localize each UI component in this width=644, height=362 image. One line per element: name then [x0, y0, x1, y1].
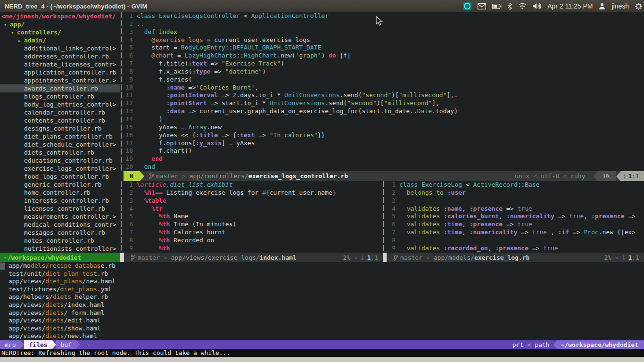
- tree-item[interactable]: medical_conditions_contr>: [0, 221, 120, 229]
- code-line[interactable]: 7 f.title(:text => "Exercise Track"): [124, 60, 644, 68]
- code-line[interactable]: 19 end: [124, 155, 644, 163]
- code-line[interactable]: 4 %tr: [124, 205, 382, 213]
- code-line[interactable]: 2..: [124, 20, 644, 28]
- window-separator[interactable]: [121, 181, 122, 253]
- tree-item[interactable]: diet_schedule_controller>: [0, 140, 120, 148]
- tree-item[interactable]: calendar_controller.rb: [0, 108, 120, 116]
- tree-item[interactable]: body_log_entries_control>: [0, 100, 120, 108]
- code-line[interactable]: 12 :pointStart => start.to_i * UnitConve…: [124, 99, 644, 107]
- ctrlp-result-row[interactable]: test/unit/diet_plan_test.rb: [0, 270, 644, 278]
- window-separator[interactable]: [121, 12, 122, 171]
- code-line[interactable]: 5 %th Name: [124, 213, 382, 221]
- code-window-model[interactable]: 1class ExerciseLog < ActiveRecord::Base2…: [384, 181, 644, 253]
- code-line[interactable]: 1%article.diet_list.exhibit: [124, 181, 382, 189]
- ctrlp-result-row[interactable]: app/views/diet_plans/new.haml: [0, 278, 644, 286]
- statusline-active[interactable]: N master app/controllers/exercise_logs_c…: [120, 171, 644, 181]
- ctrlp-result-row[interactable]: app/views/diets/_form.haml: [0, 309, 644, 317]
- window-separator[interactable]: [383, 181, 384, 253]
- tree-item[interactable]: diet_plans_controller.rb: [0, 132, 120, 140]
- code-line[interactable]: 10 :name =>'Calories Burnt',: [124, 84, 644, 92]
- tree-item[interactable]: <me/jinesh/workspace/whydodiet/: [0, 12, 120, 20]
- tree-open-arrow-icon[interactable]: ▾: [11, 29, 17, 36]
- ctrlp-result-row[interactable]: app/models/recipe_database.rb: [0, 262, 644, 270]
- tree-item[interactable]: contents_controller.rb: [0, 116, 120, 124]
- app-indicator-icon[interactable]: [463, 2, 471, 10]
- code-window-controller[interactable]: 1class ExerciseLogsController < Applicat…: [124, 12, 644, 171]
- code-window-view[interactable]: 1%article.diet_list.exhibit2 %h1== Listi…: [124, 181, 382, 253]
- tree-item[interactable]: ▾controllers/: [0, 28, 120, 36]
- user-icon[interactable]: [599, 3, 605, 9]
- tree-item[interactable]: generic_controller.rb: [0, 181, 120, 189]
- tree-item[interactable]: measurements_controller.>: [0, 213, 120, 221]
- code-line[interactable]: 15 yAxes = Array.new: [124, 123, 644, 132]
- ctrlp-result-row[interactable]: app/helpers/diets_helper.rb: [0, 293, 644, 301]
- volume-icon[interactable]: [533, 3, 541, 9]
- mail-icon[interactable]: [478, 3, 486, 9]
- tree-open-arrow-icon[interactable]: ▾: [4, 21, 10, 28]
- tree-item[interactable]: nutritionists_controller>: [0, 245, 120, 253]
- code-line[interactable]: 9 %th: [124, 245, 382, 253]
- code-line[interactable]: 18 f.chart(): [124, 147, 644, 155]
- code-line[interactable]: 3 def index: [124, 28, 644, 36]
- code-line[interactable]: 9 validates :recorded_on, :presence => t…: [384, 245, 644, 253]
- nerdtree-panel[interactable]: <me/jinesh/workspace/whydodiet/▾app/▾con…: [0, 12, 120, 253]
- ctrlp-result-row[interactable]: app/views/diets/index.haml: [0, 301, 644, 309]
- code-line[interactable]: 3 %table: [124, 197, 382, 205]
- code-line[interactable]: 8 f.x_axis(:type => "datetime"): [124, 68, 644, 76]
- tree-item[interactable]: educations_controller.rb: [0, 156, 120, 165]
- code-line[interactable]: 17 f.options[:y_axis] = yAxes: [124, 140, 644, 148]
- code-line[interactable]: 3: [384, 197, 644, 205]
- code-line[interactable]: 6 %th Time (In minutes): [124, 221, 382, 229]
- window-titlebar[interactable]: NERD_tree_4 - (~/workspace/whydodiet) - …: [0, 0, 644, 12]
- statusline-nerdtree[interactable]: ~/workspace/whydodiet: [0, 253, 120, 262]
- code-line[interactable]: 1class ExerciseLog < ActiveRecord::Base: [384, 181, 644, 189]
- wifi-icon[interactable]: [518, 3, 527, 9]
- ctrlp-result-row[interactable]: test/fixtures/diet_plans.yml: [0, 286, 644, 294]
- code-line[interactable]: 13 :data => current_user.graph_data_on_e…: [124, 107, 644, 115]
- tree-item[interactable]: ▾app/: [0, 20, 120, 28]
- code-line[interactable]: 20 end: [124, 163, 644, 171]
- tree-item[interactable]: designs_controller.rb: [0, 124, 120, 132]
- tree-item[interactable]: blogs_controller.rb: [0, 92, 120, 100]
- tree-item[interactable]: alternate_licenses_contr>: [0, 60, 120, 68]
- tree-item[interactable]: interests_controller.rb: [0, 197, 120, 205]
- code-line[interactable]: 7 validates :time, :numericality => true…: [384, 229, 644, 237]
- ctrlp-result-list[interactable]: app/models/recipe_database.rbtest/unit/d…: [0, 262, 644, 340]
- session-user[interactable]: jinesh: [611, 2, 629, 10]
- code-line[interactable]: 16 yAxes << {:title => {:text => "In cal…: [124, 132, 644, 140]
- tree-item[interactable]: ▸admin/: [0, 36, 120, 44]
- statusline-view-window[interactable]: master app/views/exercise_logs/index.ham…: [120, 253, 383, 262]
- code-line[interactable]: 14 ): [124, 115, 644, 123]
- tree-item[interactable]: addresses_controller.rb: [0, 52, 120, 60]
- tree-item[interactable]: home_controller.rb: [0, 189, 120, 197]
- tree-closed-arrow-icon[interactable]: ▸: [18, 37, 24, 44]
- code-line[interactable]: 4 @exercise_logs = current_user.exercise…: [124, 36, 644, 44]
- battery-icon[interactable]: [492, 4, 502, 9]
- tree-item[interactable]: notes_controller.rb: [0, 237, 120, 245]
- ctrlp-result-row[interactable]: app/views/diets/edit.haml: [0, 317, 644, 325]
- code-line[interactable]: 8: [384, 237, 644, 245]
- statusline-model-window[interactable]: master app/models/exercise_log.rb 2% 1:1: [383, 253, 644, 262]
- power-gear-icon[interactable]: [635, 3, 642, 10]
- code-line[interactable]: 4 validates :name, :presence => true: [384, 205, 644, 213]
- code-line[interactable]: 11 :pointInterval => 2.days.to_i * UnitC…: [124, 91, 644, 99]
- tree-item[interactable]: messages_controller.rb: [0, 229, 120, 237]
- ctrlp-result-row[interactable]: app/views/diets/show.haml: [0, 325, 644, 333]
- code-line[interactable]: 7 %th Calories burnt: [124, 229, 382, 237]
- code-line[interactable]: 8 %th Recorded on: [124, 237, 382, 245]
- code-line[interactable]: 2 belongs_to :user: [384, 189, 644, 197]
- code-line[interactable]: 1class ExerciseLogsController < Applicat…: [124, 12, 644, 20]
- tree-item[interactable]: additional_links_control>: [0, 44, 120, 52]
- tree-item[interactable]: awards_controller.rb: [0, 84, 120, 92]
- bluetooth-icon[interactable]: [508, 3, 512, 10]
- tree-item[interactable]: appointments_controller.>: [0, 76, 120, 84]
- code-line[interactable]: 5 start = BodyLogEntry::DEFAULT_GRAPH_ST…: [124, 44, 644, 52]
- code-line[interactable]: 2 %h1== Listing exercise logs for #{curr…: [124, 189, 382, 197]
- tree-item[interactable]: exercise_logs_controller>: [0, 165, 120, 173]
- tree-item[interactable]: application_controller.rb: [0, 68, 120, 76]
- ctrlp-result-row[interactable]: app/views/diets/new.haml: [0, 332, 644, 340]
- tree-item[interactable]: diets_controller.rb: [0, 148, 120, 156]
- code-line[interactable]: 6 @chart = LazyHighCharts::HighChart.new…: [124, 52, 644, 60]
- code-line[interactable]: 6 validates :time, :presence => true: [384, 221, 644, 229]
- tree-item[interactable]: food_logs_controller.rb: [0, 173, 120, 181]
